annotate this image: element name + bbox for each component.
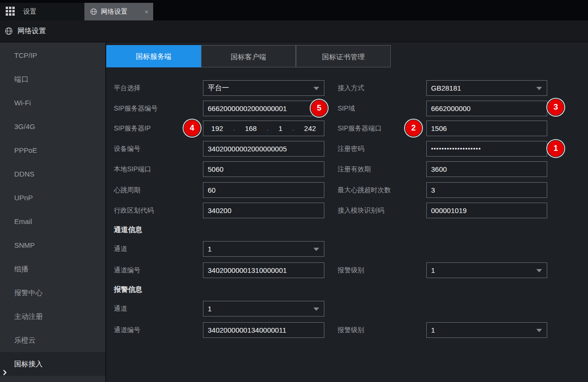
sidebar-item-alarm-center[interactable]: 报警中心 [0,281,105,305]
register-password-input[interactable] [426,141,547,157]
alarm-channel-value: 1 [208,305,211,313]
alarm-level-label: 报警级别 [338,262,364,278]
sip-server-port-input[interactable] [426,121,547,136]
sip-domain-input[interactable] [426,101,547,116]
sidebar-item-ddns[interactable]: DDNS [0,162,105,186]
sidebar-divider [105,43,106,382]
region-code-label: 行政区划代码 [114,203,154,218]
tab-gb-cert[interactable]: 国标证书管理 [296,45,391,67]
chevron-down-icon [536,329,542,332]
region-code-input[interactable] [203,203,324,218]
heartbeat-period-label: 心跳周期 [114,182,140,198]
device-id-label: 设备编号 [114,141,140,157]
access-mode-select[interactable]: GB28181 [426,80,547,96]
sidebar-item-multicast[interactable]: 组播 [0,257,105,281]
sidebar-item-3g4g[interactable]: 3G/4G [0,115,105,139]
sidebar-item-upnp[interactable]: UPnP [0,186,105,210]
sidebar-item-port[interactable]: 端口 [0,67,105,91]
platform-label: 平台选择 [114,80,140,96]
globe-icon [5,27,13,35]
local-sip-port-input[interactable] [203,161,324,177]
ip-octet-3[interactable]: 1 [278,124,282,132]
platform-select[interactable]: 平台一 [203,80,324,96]
sidebar-item-email[interactable]: Email [0,210,105,233]
tab-network-settings-label: 网络设置 [101,8,128,16]
alarm-channel-id-label: 通道编号 [114,322,140,338]
page-title: 网络设置 [18,27,46,36]
ip-octet-4[interactable]: 242 [304,124,316,132]
sidebar-item-gb28181-label: 国标接入 [14,360,43,368]
home-tab[interactable]: 设置 [0,3,84,20]
chevron-down-icon [536,87,542,90]
max-heartbeat-timeout-label: 最大心跳超时次数 [338,182,391,198]
annotation-badge-3: 3 [548,99,564,115]
window-tab-bar: 设置 网络设置 × [0,0,588,20]
register-password-label: 注册密码 [338,141,364,157]
access-mode-value: GB28181 [431,84,461,92]
local-sip-port-label: 本地SIP端口 [114,161,151,177]
alarm-level-value: 1 [431,266,435,274]
channel-id-label: 通道编号 [114,262,140,278]
chevron-down-icon [313,307,319,311]
sip-server-port-label: SIP服务器端口 [338,121,382,136]
network-settings-window: 设置 网络设置 × 网络设置 TCP/IP 端口 Wi-Fi 3G/4G PPP… [0,0,588,382]
register-valid-period-input[interactable] [426,161,547,177]
channel-select[interactable]: 1 [203,241,324,257]
channel-info-section-title: 通道信息 [114,225,142,234]
channel-value: 1 [208,245,211,253]
max-heartbeat-timeout-input[interactable] [426,182,547,198]
ip-dot: . [233,125,235,132]
sidebar-item-auto-register[interactable]: 主动注册 [0,305,105,328]
chevron-down-icon [313,248,319,251]
ip-dot: . [293,125,294,132]
chevron-down-icon [536,269,542,272]
ip-dot: . [267,125,268,132]
heartbeat-period-input[interactable] [203,182,324,198]
alarm-level-select[interactable]: 1 [426,262,547,278]
sip-server-id-input[interactable] [203,101,324,116]
access-mode-label: 接入方式 [338,80,364,96]
channel-label: 通道 [114,241,127,257]
sidebar: TCP/IP 端口 Wi-Fi 3G/4G PPPoE DDNS UPnP Em… [0,43,105,382]
sip-server-ip-input[interactable]: 192 . 168 . 1 . 242 [203,121,324,136]
apps-grid-icon[interactable] [6,7,16,17]
annotation-badge-4: 4 [184,120,200,136]
tab-gb-client[interactable]: 国标客户端 [201,45,296,67]
alarm-level2-value: 1 [431,326,435,334]
sidebar-item-wifi[interactable]: Wi-Fi [0,91,105,115]
device-id-input[interactable] [203,141,324,157]
ip-octet-2[interactable]: 168 [245,124,257,132]
annotation-badge-5: 5 [311,100,327,116]
close-icon[interactable]: × [145,8,148,16]
tab-network-settings[interactable]: 网络设置 × [84,3,153,20]
chevron-down-icon [313,87,319,90]
alarm-channel-select[interactable]: 1 [203,301,324,317]
sidebar-item-tcpip[interactable]: TCP/IP [0,44,105,67]
sidebar-item-gb28181[interactable]: 国标接入 [0,352,105,376]
alarm-level2-label: 报警级别 [338,322,364,338]
sidebar-item-pppoe[interactable]: PPPoE [0,139,105,162]
annotation-badge-2: 2 [405,120,422,136]
annotation-badge-1: 1 [548,140,564,157]
alarm-info-section-title: 报警信息 [114,285,142,294]
sidebar-item-easy4ip[interactable]: 乐橙云 [0,328,105,352]
alarm-level2-select[interactable]: 1 [426,322,547,338]
alarm-channel-label: 通道 [114,301,127,317]
chevron-right-icon [3,361,7,382]
access-module-id-input[interactable] [426,203,547,218]
sip-server-ip-label: SIP服务器IP [114,121,151,136]
home-tab-label[interactable]: 设置 [23,8,37,16]
tab-gb-server[interactable]: 国标服务端 [106,45,201,67]
channel-id-input[interactable] [203,262,324,278]
sidebar-item-snmp[interactable]: SNMP [0,233,105,257]
register-valid-period-label: 注册有效期 [338,161,371,177]
globe-icon [90,8,97,15]
ip-octet-1[interactable]: 192 [211,124,223,132]
sip-server-id-label: SIP服务器编号 [114,101,158,116]
page-header: 网络设置 [0,20,588,42]
access-module-id-label: 接入模块识别码 [338,203,384,218]
platform-value: 平台一 [208,84,229,93]
sip-domain-label: SIP域 [338,101,355,116]
alarm-channel-id-input[interactable] [203,322,324,338]
